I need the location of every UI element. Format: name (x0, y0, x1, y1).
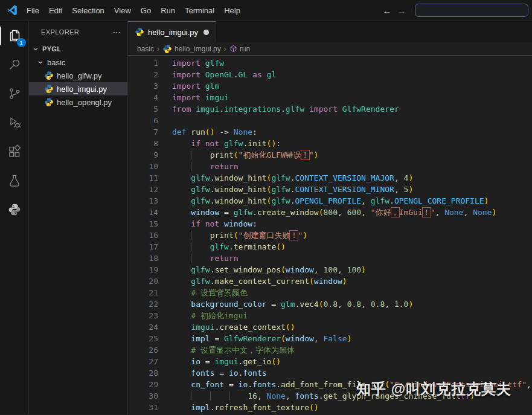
code-line-2[interactable]: 2import OpenGL.GL as gl (128, 69, 532, 80)
line-number[interactable]: 4 (128, 92, 158, 103)
activity-extensions[interactable] (0, 137, 29, 166)
activity-testing[interactable] (0, 166, 29, 195)
menu-selection[interactable]: Selection (67, 4, 109, 17)
line-number[interactable]: 10 (128, 161, 158, 172)
modified-dot-icon[interactable] (204, 30, 209, 35)
file-hello_imgui-py[interactable]: hello_imgui.py (29, 82, 127, 95)
indent (172, 277, 191, 286)
line-number[interactable]: 21 (128, 287, 158, 298)
code-line-21[interactable]: 21 # 设置背景颜色 (128, 287, 532, 298)
line-number[interactable]: 1 (128, 57, 158, 69)
menu-view[interactable]: View (109, 4, 136, 17)
code-line-6[interactable]: 6 (128, 115, 532, 126)
nav-back-icon[interactable]: ← (380, 5, 394, 16)
line-number[interactable]: 17 (128, 241, 158, 253)
line-number[interactable]: 5 (128, 103, 158, 115)
code-line-12[interactable]: 12 glfw.window_hint(glfw.CONTEXT_VERSION… (128, 184, 532, 195)
menu-run[interactable]: Run (156, 4, 180, 17)
breadcrumb-symbol-run[interactable]: run (229, 45, 250, 53)
indent (172, 254, 191, 263)
line-number[interactable]: 31 (128, 402, 158, 413)
code-line-20[interactable]: 20 glfw.make_context_current(window) (128, 275, 532, 287)
line-number[interactable]: 20 (128, 275, 158, 287)
code-line-24[interactable]: 24 imgui.create_context() (128, 321, 532, 333)
code-line-26[interactable]: 26 # 设置显示中文，字体为黑体 (128, 344, 532, 356)
command-center-search[interactable] (415, 4, 528, 17)
line-number[interactable]: 23 (128, 310, 158, 321)
line-number[interactable]: 16 (128, 230, 158, 241)
nav-forward-icon[interactable]: → (394, 5, 409, 16)
code-line-29[interactable]: 29 cn_font = io.fonts.add_font_from_file… (128, 379, 532, 390)
code-line-1[interactable]: 1import glfw (128, 57, 532, 69)
code-line-30[interactable]: 30 16, None, fonts.get_glyph_ranges_chin… (128, 390, 532, 402)
breadcrumb-file[interactable]: hello_imgui.py (162, 44, 221, 54)
code-line-5[interactable]: 5from imgui.integrations.glfw import Glf… (128, 103, 532, 115)
line-number[interactable]: 24 (128, 321, 158, 333)
line-number[interactable]: 29 (128, 379, 158, 390)
indent (172, 231, 191, 240)
code-line-14[interactable]: 14 window = glfw.create_window(800, 600,… (128, 207, 532, 218)
menu-help[interactable]: Help (219, 4, 245, 17)
code-line-4[interactable]: 4import imgui (128, 92, 532, 103)
code-line-16[interactable]: 16 print("创建窗口失败！") (128, 230, 532, 241)
line-number[interactable]: 2 (128, 69, 158, 80)
file-hello_glfw-py[interactable]: hello_glfw.py (29, 69, 127, 82)
breadcrumb-folder[interactable]: basic (137, 45, 154, 53)
line-number[interactable]: 27 (128, 356, 158, 367)
code-line-9[interactable]: 9 print("初始化GLFW错误！") (128, 149, 532, 161)
menu-terminal[interactable]: Terminal (180, 4, 219, 17)
line-number[interactable]: 11 (128, 172, 158, 184)
line-number[interactable]: 12 (128, 184, 158, 195)
code-line-10[interactable]: 10 return (128, 161, 532, 172)
activity-search[interactable] (0, 50, 29, 79)
code-line-17[interactable]: 17 glfw.terminate() (128, 241, 532, 253)
line-number[interactable]: 26 (128, 344, 158, 356)
line-number[interactable]: 28 (128, 367, 158, 379)
code-line-13[interactable]: 13 glfw.window_hint(glfw.OPENGL_PROFILE,… (128, 195, 532, 207)
line-number[interactable]: 25 (128, 333, 158, 344)
code-editor[interactable]: 1import glfw2import OpenGL.GL as gl3impo… (128, 56, 532, 414)
code-text: # 初始化imgui (158, 310, 248, 321)
line-number[interactable]: 19 (128, 264, 158, 275)
line-number[interactable]: 14 (128, 207, 158, 218)
code-line-8[interactable]: 8 if not glfw.init(): (128, 138, 532, 149)
line-number[interactable]: 15 (128, 218, 158, 230)
tree-root-pygl[interactable]: PYGL (29, 42, 127, 56)
code-line-15[interactable]: 15 if not window: (128, 218, 532, 230)
activity-source-control[interactable] (0, 79, 29, 108)
tree-folder-basic[interactable]: basic (29, 56, 127, 69)
code-line-22[interactable]: 22 background_color = glm.vec4(0.8, 0.8,… (128, 298, 532, 310)
code-text: print("初始化GLFW错误！") (158, 149, 318, 161)
line-number[interactable]: 13 (128, 195, 158, 207)
code-line-25[interactable]: 25 impl = GlfwRenderer(window, False) (128, 333, 532, 344)
code-text: fonts = io.fonts (158, 367, 267, 379)
line-number[interactable]: 9 (128, 149, 158, 161)
line-number[interactable]: 3 (128, 80, 158, 92)
code-line-23[interactable]: 23 # 初始化imgui (128, 310, 532, 321)
code-line-27[interactable]: 27 io = imgui.get_io() (128, 356, 532, 367)
line-number[interactable]: 6 (128, 115, 158, 126)
code-line-28[interactable]: 28 fonts = io.fonts (128, 367, 532, 379)
line-number[interactable]: 30 (128, 390, 158, 402)
menu-file[interactable]: File (22, 4, 44, 17)
code-line-7[interactable]: 7def run() -> None: (128, 126, 532, 138)
menu-go[interactable]: Go (136, 4, 156, 17)
file-hello_opengl-py[interactable]: hello_opengl.py (29, 95, 127, 109)
line-number[interactable]: 18 (128, 253, 158, 264)
activity-python[interactable] (0, 195, 29, 224)
tab-hello-imgui[interactable]: hello_imgui.py (128, 21, 216, 42)
code-line-18[interactable]: 18 return (128, 253, 532, 264)
code-line-3[interactable]: 3import glm (128, 80, 532, 92)
code-line-19[interactable]: 19 glfw.set_window_pos(window, 100, 100) (128, 264, 532, 275)
menu-edit[interactable]: Edit (44, 4, 67, 17)
code-text (158, 115, 172, 126)
more-actions-icon[interactable]: ⋯ (113, 27, 121, 37)
line-number[interactable]: 22 (128, 298, 158, 310)
code-line-11[interactable]: 11 glfw.window_hint(glfw.CONTEXT_VERSION… (128, 172, 532, 184)
indent-guide (191, 150, 210, 159)
line-number[interactable]: 7 (128, 126, 158, 138)
code-line-31[interactable]: 31 impl.refresh_font_texture() (128, 402, 532, 413)
activity-explorer[interactable]: 1 (0, 21, 29, 50)
line-number[interactable]: 8 (128, 138, 158, 149)
activity-run-debug[interactable] (0, 108, 29, 137)
